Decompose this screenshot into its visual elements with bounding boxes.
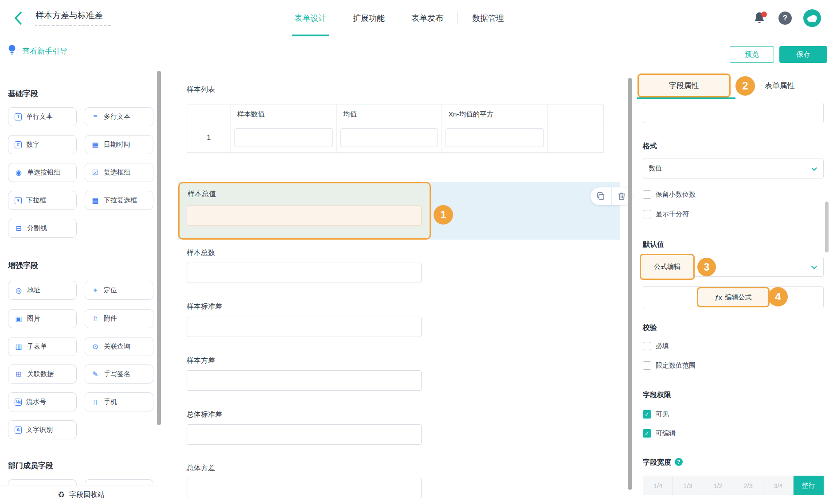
- sidebar-scrollbar[interactable]: [157, 71, 161, 425]
- checkbox-icon: [643, 342, 651, 350]
- help-icon[interactable]: ?: [778, 12, 792, 25]
- sample-variance-input[interactable]: [187, 370, 422, 391]
- sample-stddev-input[interactable]: [187, 317, 422, 337]
- tab-data-management[interactable]: 数据管理: [469, 0, 507, 36]
- default-value-selected-option[interactable]: 公式编辑: [640, 254, 695, 280]
- editable-checkbox[interactable]: 可编辑: [643, 429, 676, 438]
- field-type-lookup[interactable]: ⊙关联查询: [85, 337, 153, 356]
- tab-label: 数据管理: [472, 13, 504, 23]
- field-type-radio-group[interactable]: ◉单选按钮组: [8, 163, 77, 182]
- field-type-image[interactable]: ▣图片: [8, 309, 77, 328]
- field-type-label: 数字: [26, 140, 39, 149]
- field-type-divider[interactable]: ⊟分割线: [8, 219, 77, 238]
- default-value-section-title: 默认值: [643, 240, 664, 249]
- subform-table[interactable]: 样本数值 均值 Xn-均值的平方 1: [187, 105, 604, 153]
- field-type-signature[interactable]: ✎手写签名: [85, 364, 153, 384]
- field-width-options: 1/4 1/3 1/2 2/3 3/4 整行: [643, 476, 824, 495]
- field-label-sample-variance: 样本方差: [187, 356, 215, 365]
- beginner-guide-link[interactable]: 查看新手引导: [8, 44, 67, 58]
- field-type-label: 附件: [104, 314, 117, 323]
- preview-button[interactable]: 预览: [730, 46, 774, 63]
- field-title-input[interactable]: [643, 103, 824, 123]
- field-type-location[interactable]: ⌖定位: [85, 281, 153, 300]
- sample-count-input[interactable]: [187, 263, 422, 283]
- tab-form-publish[interactable]: 表单发布: [409, 0, 446, 36]
- field-type-serial-number[interactable]: №流水号: [8, 392, 77, 411]
- sample-value-input[interactable]: [235, 128, 333, 147]
- annotation-badge-2: 2: [735, 76, 755, 96]
- field-type-label: 手机: [104, 398, 117, 406]
- field-type-dropdown[interactable]: ▾下拉框: [8, 191, 77, 210]
- tab-field-properties[interactable]: 字段属性: [637, 74, 731, 97]
- guide-link-label: 查看新手引导: [22, 46, 67, 56]
- field-type-ocr[interactable]: A文字识别: [8, 420, 77, 439]
- linked-data-icon: ⊞: [15, 370, 23, 378]
- field-type-datetime[interactable]: ▦日期时间: [85, 135, 153, 154]
- help-tooltip-icon[interactable]: ?: [675, 458, 683, 466]
- notification-bell-icon[interactable]: [754, 12, 767, 25]
- row-number-header: [187, 105, 231, 123]
- format-select[interactable]: 数值: [643, 159, 824, 178]
- width-option-two-thirds[interactable]: 2/3: [733, 476, 763, 495]
- field-library-sidebar: 基础字段 T单行文本 ≡多行文本 #数字 ▦日期时间 ◉单选按钮组 ☑复选框组 …: [0, 67, 158, 504]
- required-checkbox[interactable]: 必填: [643, 342, 669, 350]
- field-type-subform[interactable]: ▥子表单: [8, 337, 77, 356]
- selected-field-sample-total[interactable]: 样本总值: [178, 182, 431, 240]
- column-header: 样本数值: [231, 105, 337, 123]
- tab-form-design[interactable]: 表单设计: [292, 0, 329, 36]
- save-button[interactable]: 保存: [779, 46, 827, 63]
- field-type-single-line-text[interactable]: T单行文本: [8, 107, 77, 126]
- field-type-checkbox-group[interactable]: ☑复选框组: [85, 163, 153, 182]
- field-label-sample-count: 样本总数: [187, 248, 215, 258]
- field-type-number[interactable]: #数字: [8, 135, 77, 154]
- width-option-half[interactable]: 1/2: [703, 476, 733, 495]
- subform-data-row: 1: [187, 123, 603, 152]
- mean-input[interactable]: [340, 128, 438, 147]
- row-number-cell: 1: [187, 123, 231, 152]
- field-recycle-bin[interactable]: ♻ 字段回收站: [0, 485, 158, 504]
- population-variance-input[interactable]: [187, 478, 422, 498]
- field-type-multi-line-text[interactable]: ≡多行文本: [85, 107, 153, 126]
- decimal-places-checkbox[interactable]: 保留小数位数: [643, 190, 696, 199]
- visible-checkbox[interactable]: 可见: [643, 410, 669, 419]
- recycle-bin-label: 字段回收站: [69, 490, 105, 500]
- location-icon: ⌖: [91, 287, 99, 295]
- field-type-label: 复选框组: [104, 168, 130, 177]
- form-title[interactable]: 样本方差与标准差: [35, 10, 111, 26]
- tab-form-properties[interactable]: 表单属性: [765, 81, 795, 91]
- serial-number-icon: №: [15, 399, 22, 406]
- field-type-address[interactable]: ◎地址: [8, 281, 77, 300]
- tab-extensions[interactable]: 扩展功能: [350, 0, 387, 36]
- field-type-attachment[interactable]: ⇧附件: [85, 309, 153, 328]
- width-option-full-row[interactable]: 整行: [794, 476, 824, 495]
- field-type-phone[interactable]: ▯手机: [85, 392, 153, 411]
- checkbox-label: 可编辑: [656, 429, 676, 438]
- page-scrollbar[interactable]: [825, 202, 829, 252]
- tab-label: 表单发布: [411, 13, 443, 23]
- active-panel-tab-underline: [637, 97, 735, 99]
- sample-total-input[interactable]: [187, 205, 422, 226]
- field-actions: [590, 187, 632, 205]
- field-type-dropdown-multi[interactable]: ▤下拉复选框: [85, 191, 153, 210]
- back-icon[interactable]: [12, 11, 26, 26]
- annotation-badge-4: 4: [768, 287, 788, 306]
- edit-formula-button[interactable]: ƒx 编辑公式: [697, 287, 770, 307]
- field-type-linked-data[interactable]: ⊞关联数据: [8, 364, 77, 384]
- thousands-separator-checkbox[interactable]: 显示千分符: [643, 210, 689, 218]
- format-section-title: 格式: [643, 142, 657, 151]
- tab-label: 表单设计: [294, 13, 326, 23]
- checkbox-label: 必填: [656, 342, 669, 350]
- copy-field-icon[interactable]: [590, 187, 611, 205]
- panel-scrollbar[interactable]: [628, 78, 632, 490]
- limit-range-checkbox[interactable]: 限定数值范围: [643, 361, 696, 370]
- population-stddev-input[interactable]: [187, 424, 422, 445]
- width-option-quarter[interactable]: 1/4: [643, 476, 673, 495]
- width-option-three-quarters[interactable]: 3/4: [763, 476, 794, 495]
- tab-label: 扩展功能: [353, 13, 385, 23]
- avatar[interactable]: [803, 9, 821, 27]
- number-icon: #: [15, 141, 22, 148]
- squared-deviation-input[interactable]: [446, 128, 544, 147]
- checkbox-group-icon: ☑: [91, 168, 99, 177]
- width-option-third[interactable]: 1/3: [673, 476, 703, 495]
- field-type-label: 文字识别: [26, 426, 53, 434]
